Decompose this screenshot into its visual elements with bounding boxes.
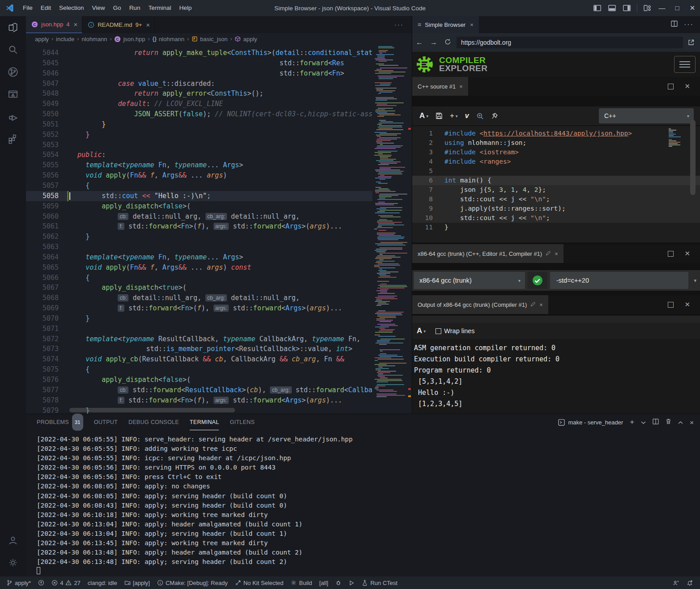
menu-selection[interactable]: Selection <box>55 0 88 16</box>
close-pane-icon[interactable]: ✕ <box>684 250 690 258</box>
launch-target-icon[interactable] <box>345 576 358 589</box>
compiler-options-input[interactable]: -std=c++20 <box>550 272 688 289</box>
breadcrumb-item-json.hpp[interactable]: Cjson.hpp <box>114 36 145 42</box>
close-icon[interactable]: × <box>73 21 77 28</box>
ce-code-line[interactable]: 6int main() { <box>412 176 700 185</box>
code-line[interactable]: 5062 } <box>26 232 412 242</box>
reload-icon[interactable] <box>444 38 451 47</box>
ce-code-line[interactable]: 1#include <https://localhost:8443/apply/… <box>412 129 700 138</box>
breadcrumb-item-nlohmann[interactable]: nlohmann <box>81 36 107 42</box>
code-line[interactable]: 5069 f: std::forward<Fn>(f), args: std::… <box>26 303 412 314</box>
close-icon[interactable]: × <box>539 301 543 308</box>
code-line[interactable]: 5044 return apply_make_tuple<ConstThis>(… <box>26 48 412 58</box>
code-line[interactable]: 5054 public: <box>26 150 412 160</box>
close-icon[interactable]: × <box>470 21 474 28</box>
code-line[interactable]: 5048 return apply_error<ConstThis>(); <box>26 89 412 99</box>
build-target-item[interactable]: [all] <box>316 576 332 589</box>
breadcrumb-item-basic_json[interactable]: basic_json <box>192 36 227 42</box>
split-terminal-icon[interactable] <box>653 418 659 426</box>
breadcrumb-item-nlohmann[interactable]: {}nlohmann <box>153 36 184 42</box>
ce-code-line[interactable]: 5 <box>412 166 700 176</box>
maximize-pane-icon[interactable] <box>668 251 674 257</box>
live-preview-icon[interactable] <box>0 83 26 106</box>
kill-terminal-icon[interactable] <box>666 418 671 426</box>
code-line[interactable]: 5049 default: // LCOV_EXCL_LINE <box>26 99 412 109</box>
close-panel-icon[interactable]: × <box>690 419 694 426</box>
ce-code-line[interactable]: 2using nlohmann::json; <box>412 138 700 148</box>
panel-tab-problems[interactable]: PROBLEMS31 <box>37 414 83 430</box>
ce-code-line[interactable]: 9 j.apply(std::ranges::sort); <box>412 204 700 213</box>
zoom-icon[interactable] <box>476 112 484 120</box>
feedback-icon[interactable] <box>669 576 683 589</box>
save-icon[interactable] <box>435 112 443 119</box>
settings-gear-icon[interactable] <box>0 551 26 574</box>
rename-icon[interactable] <box>530 301 536 308</box>
code-line[interactable]: 5074 void apply_cb(ResultCallback && cb,… <box>26 354 412 364</box>
close-pane-icon[interactable]: ✕ <box>684 301 690 309</box>
close-icon[interactable]: × <box>459 83 463 90</box>
toggle-sidebar-left-icon[interactable] <box>593 5 601 11</box>
ctest-item[interactable]: Run CTest <box>358 576 401 589</box>
compiler-select[interactable]: x86-64 gcc (trunk)▾ <box>414 272 525 289</box>
git-branch-item[interactable]: apply* <box>3 576 34 589</box>
terminal-selector[interactable]: make - serve_header <box>558 419 623 426</box>
maximize-button[interactable]: □ <box>670 0 685 16</box>
code-line[interactable]: 5058 std::cout << "Hello :-)\n"; <box>26 191 412 201</box>
code-line[interactable]: 5047 case value_t::discarded: <box>26 79 412 89</box>
cmake-status-item[interactable]: CMake: [Debug]: Ready <box>154 576 231 589</box>
publish-item[interactable] <box>34 576 48 589</box>
close-pane-icon[interactable]: ✕ <box>684 82 690 90</box>
ce-code-line[interactable]: 3#include <iostream> <box>412 148 700 157</box>
vim-mode-icon[interactable]: v <box>465 112 469 120</box>
back-icon[interactable]: ← <box>416 38 423 47</box>
ce-code-line[interactable]: 4#include <ranges> <box>412 157 700 166</box>
wrap-lines-checkbox[interactable]: Wrap lines <box>435 327 474 335</box>
menu-go[interactable]: Go <box>109 0 125 16</box>
explorer-icon[interactable] <box>0 16 26 38</box>
code-line[interactable]: 5068 cb: detail::null_arg, cb_arg: detai… <box>26 293 412 303</box>
maximize-panel-icon[interactable] <box>678 418 683 426</box>
breadcrumb-item-include[interactable]: include <box>56 36 74 42</box>
split-editor-icon[interactable] <box>671 21 678 29</box>
search-icon[interactable] <box>0 38 26 61</box>
notifications-bell-icon[interactable] <box>683 576 696 589</box>
add-pane-icon[interactable]: +▾ <box>450 112 457 120</box>
code-line[interactable]: 5064 template<typename Fn, typename... A… <box>26 252 412 263</box>
code-line[interactable]: 5051 } <box>26 119 412 130</box>
code-line[interactable]: 5053 <box>26 140 412 150</box>
panel-tab-gitlens[interactable]: GITLENS <box>230 414 255 430</box>
new-terminal-icon[interactable]: + <box>630 418 634 427</box>
code-line[interactable]: 5075 { <box>26 364 412 375</box>
maximize-pane-icon[interactable] <box>668 84 674 89</box>
code-line[interactable]: 5045 std::forward<Res <box>26 58 412 68</box>
code-line[interactable]: 5061 f: std::forward<Fn>(f), args: std::… <box>26 221 412 232</box>
editor-actions-more-icon[interactable]: ··· <box>394 16 404 33</box>
code-line[interactable]: 5052 } <box>26 130 412 140</box>
panel-tab-output[interactable]: OUTPUT <box>94 414 118 430</box>
debug-target-icon[interactable] <box>332 576 345 589</box>
options-dropdown-icon[interactable]: ▾ <box>694 278 696 284</box>
ce-menu-button[interactable] <box>674 56 696 73</box>
menu-help[interactable]: Help <box>175 0 196 16</box>
menu-run[interactable]: Run <box>125 0 145 16</box>
tab-readme-md[interactable]: README.md9+× <box>82 16 155 33</box>
ce-scrollbar[interactable] <box>690 120 696 195</box>
minimap[interactable] <box>372 46 407 407</box>
code-line[interactable]: 5077 cb: std::forward<ResultCallback>(cb… <box>26 385 412 395</box>
code-line[interactable]: 5076 apply_dispatch<false>( <box>26 375 412 385</box>
problems-item[interactable]: 4 27 <box>48 576 84 589</box>
code-line[interactable]: 5070 } <box>26 314 412 324</box>
rename-icon[interactable] <box>546 250 551 257</box>
ce-code-line[interactable]: 10 std::cout << j << "\n"; <box>412 213 700 223</box>
code-line[interactable]: 5065 void apply(Fn&& f, Args&& ... args)… <box>26 263 412 273</box>
code-line[interactable]: 5060 cb: detail::null_arg, cb_arg: detai… <box>26 212 412 222</box>
minimize-button[interactable]: — <box>654 0 670 16</box>
code-line[interactable]: 5072 template<typename ResultCallback, t… <box>26 334 412 344</box>
close-window-button[interactable]: ✕ <box>685 0 700 16</box>
source-control-icon[interactable] <box>0 61 26 83</box>
code-line[interactable]: 5067 apply_dispatch<true>( <box>26 283 412 293</box>
code-line[interactable]: 5063 <box>26 242 412 252</box>
ce-source-editor[interactable]: 1#include <https://localhost:8443/apply/… <box>412 126 700 242</box>
ce-source-tab[interactable]: C++ source #1 × <box>412 77 468 96</box>
code-line[interactable]: 5056 void apply(Fn&& f, Args&& ... args) <box>26 170 412 181</box>
